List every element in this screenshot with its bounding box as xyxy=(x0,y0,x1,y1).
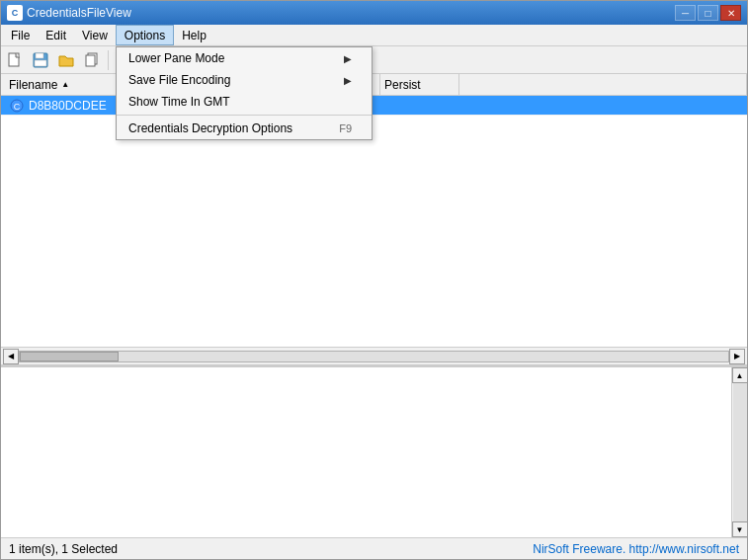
menu-bar: File Edit View Options Help Lower Pane M… xyxy=(1,25,747,46)
sort-arrow-filename: ▲ xyxy=(61,80,69,89)
status-credit: NirSoft Freeware. http://www.nirsoft.net xyxy=(533,542,739,556)
options-dropdown: Lower Pane Mode ▶ Save File Encoding ▶ S… xyxy=(116,46,373,140)
svg-rect-2 xyxy=(36,53,43,58)
maximize-button[interactable]: □ xyxy=(698,5,718,21)
svg-text:C: C xyxy=(14,102,21,112)
toolbar xyxy=(1,46,747,74)
menu-credentials-decryption[interactable]: Credentials Decryption Options F9 xyxy=(117,118,372,139)
toolbar-new-button[interactable] xyxy=(3,48,27,72)
v-scrollbar: ▲ ▼ xyxy=(731,367,747,537)
menu-lower-pane-mode[interactable]: Lower Pane Mode ▶ xyxy=(117,47,372,69)
h-scrollbar-track[interactable] xyxy=(19,351,729,362)
content-area: Filename ▲ Modified Time Entry Type Pers… xyxy=(1,74,747,537)
table-header: Filename ▲ Modified Time Entry Type Pers… xyxy=(1,74,747,96)
title-bar: C CredentialsFileView ─ □ ✕ xyxy=(1,1,747,25)
upper-pane: Filename ▲ Modified Time Entry Type Pers… xyxy=(1,74,747,364)
h-scroll-left-button[interactable]: ◀ xyxy=(3,349,19,364)
col-header-persist[interactable]: Persist xyxy=(380,74,459,95)
svg-rect-5 xyxy=(86,55,95,66)
minimize-button[interactable]: ─ xyxy=(675,5,696,21)
close-button[interactable]: ✕ xyxy=(720,5,741,21)
lower-pane: ▲ ▼ xyxy=(1,364,747,537)
menu-edit[interactable]: Edit xyxy=(38,25,74,45)
copy-icon xyxy=(84,52,100,68)
app-icon: C xyxy=(7,5,23,21)
h-scrollbar-container: ◀ ▶ xyxy=(1,347,747,364)
v-scroll-track[interactable] xyxy=(733,383,747,521)
svg-rect-3 xyxy=(35,60,46,66)
new-icon xyxy=(7,52,23,68)
main-window: C CredentialsFileView ─ □ ✕ File Edit Vi… xyxy=(0,0,748,560)
toolbar-open-button[interactable] xyxy=(54,48,78,72)
submenu-arrow-save-encoding: ▶ xyxy=(344,75,352,86)
save-icon xyxy=(33,52,48,68)
col-header-rest xyxy=(459,74,747,95)
menu-divider xyxy=(117,115,372,116)
menu-file[interactable]: File xyxy=(3,25,38,45)
title-buttons: ─ □ ✕ xyxy=(675,5,741,21)
toolbar-separator xyxy=(108,50,109,70)
toolbar-save-button[interactable] xyxy=(29,48,52,72)
table-row[interactable]: C D8B80DCDEE 601-01-01 16:... xyxy=(1,96,747,116)
menu-save-file-encoding[interactable]: Save File Encoding ▶ xyxy=(117,69,372,91)
row-icon: C xyxy=(9,98,25,114)
menu-view[interactable]: View xyxy=(74,25,116,45)
status-count: 1 item(s), 1 Selected xyxy=(9,542,118,556)
open-icon xyxy=(58,52,74,68)
title-bar-left: C CredentialsFileView xyxy=(7,5,131,21)
v-scroll-down-button[interactable]: ▼ xyxy=(732,521,748,537)
table-body[interactable]: C D8B80DCDEE 601-01-01 16:... xyxy=(1,96,747,347)
shortcut-f9: F9 xyxy=(339,122,352,134)
menu-help[interactable]: Help xyxy=(174,25,214,45)
v-scroll-up-button[interactable]: ▲ xyxy=(732,367,748,383)
menu-show-time-gmt[interactable]: Show Time In GMT xyxy=(117,91,372,113)
window-title: CredentialsFileView xyxy=(27,6,131,20)
status-bar: 1 item(s), 1 Selected NirSoft Freeware. … xyxy=(1,537,747,559)
submenu-arrow-lower-pane: ▶ xyxy=(344,53,352,64)
menu-options[interactable]: Options xyxy=(116,25,174,45)
h-scrollbar-thumb[interactable] xyxy=(20,352,119,361)
h-scroll-right-button[interactable]: ▶ xyxy=(729,349,745,364)
toolbar-copy-button[interactable] xyxy=(80,48,104,72)
